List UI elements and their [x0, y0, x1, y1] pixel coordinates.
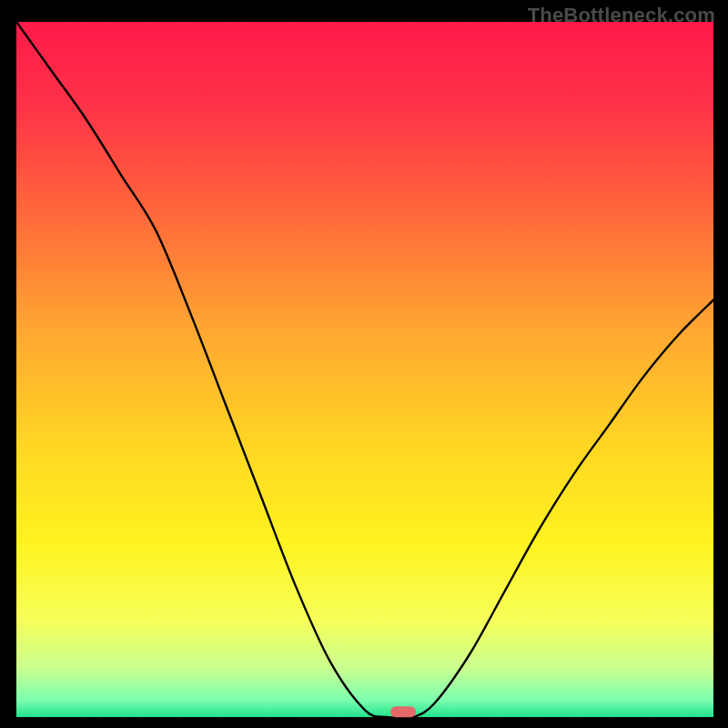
bottleneck-chart — [0, 0, 728, 728]
optimal-marker — [390, 706, 416, 717]
watermark-text: TheBottleneck.com — [528, 4, 715, 27]
chart-frame: TheBottleneck.com — [0, 0, 728, 728]
plot-background — [16, 22, 713, 717]
